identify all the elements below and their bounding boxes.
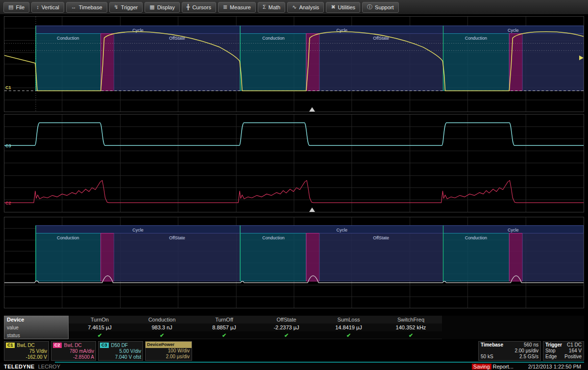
c3-channel-tab: C3	[100, 343, 109, 348]
trigger-position-marker[interactable]	[309, 107, 315, 112]
row-label-value: value	[7, 325, 66, 330]
cycle-label: Cycle	[132, 228, 143, 232]
cycle-label: Cycle	[508, 228, 518, 232]
c1-offset: -162.00 V	[6, 354, 47, 360]
measurement-table: Device value status TurnOn 7.4615 μJ ✔ C…	[4, 316, 584, 339]
menu-vertical[interactable]: ↕ Vertical	[31, 2, 64, 13]
grid-device-power[interactable]: Cycle Cycle Cycle Conduction OffState Co…	[4, 217, 584, 308]
c1-channel-tab: C1	[6, 343, 15, 348]
menu-utilities-label: Utilities	[338, 4, 355, 10]
c2-scale: 780 mA/div	[53, 348, 94, 354]
menu-math-label: Math	[269, 4, 280, 10]
c2-marker[interactable]: C2	[5, 201, 11, 206]
descriptor-bar: C1 BwL DC 75 V/div -162.00 V C2 BwL DC 7…	[4, 341, 584, 361]
math-icon: Σ	[263, 4, 266, 10]
menu-timebase[interactable]: ↔ Timebase	[66, 2, 107, 13]
menu-measure[interactable]: ≣ Measure	[218, 2, 256, 13]
cycle-label: Cycle	[508, 28, 518, 33]
utilities-icon: ✖	[331, 4, 335, 10]
support-icon: ⓘ	[367, 4, 372, 10]
devicepower-tab: DevicePower	[146, 342, 192, 348]
c3-marker[interactable]: C3	[5, 143, 11, 148]
menu-file[interactable]: ▤ File	[3, 2, 29, 13]
c3-descriptor[interactable]: C3 D50 DF 5.00 V/div 7.040 V ofst	[98, 341, 143, 361]
devicepower-scale: 100 W/div	[146, 348, 192, 354]
menu-cursors[interactable]: ╋ Cursors	[182, 2, 216, 13]
timebase-samples: 50 kS	[481, 354, 493, 360]
status-check-icon: ✔	[193, 331, 255, 339]
measure-icon: ≣	[223, 4, 227, 10]
measurement-col-turnoff[interactable]: TurnOff 8.8857 μJ ✔	[193, 316, 255, 339]
trigger-slope: Positive	[564, 354, 582, 360]
measurement-row-labels: Device value status	[4, 316, 69, 339]
c1-coupling: BwL DC	[17, 343, 35, 348]
timebase-icon: ↔	[71, 4, 76, 10]
measurement-col-turnon[interactable]: TurnOn 7.4615 μJ ✔	[69, 316, 131, 339]
conduction-label: Conduction	[57, 235, 79, 240]
menu-timebase-label: Timebase	[79, 4, 102, 10]
conduction-label: Conduction	[262, 36, 284, 41]
c2-descriptor[interactable]: C2 BwL DC 780 mA/div -2.8500 A	[51, 341, 96, 361]
conduction-label: Conduction	[57, 36, 79, 41]
trigger-descriptor[interactable]: Trigger C1 DC Stop 164 V Edge Positive	[543, 341, 584, 361]
file-icon: ▤	[8, 4, 13, 10]
measurement-col-offstate[interactable]: OffState -2.2373 μJ ✔	[255, 316, 318, 339]
offstate-label: OffState	[373, 235, 389, 240]
menu-support[interactable]: ⓘ Support	[362, 2, 399, 13]
datetime: 2/12/2013 1:22:50 PM	[528, 364, 581, 370]
vertical-icon: ↕	[36, 4, 39, 10]
menu-cursors-label: Cursors	[192, 4, 211, 10]
measurement-col-switchfreq[interactable]: SwitchFreq 140.352 kHz ✔	[380, 316, 442, 339]
menu-support-label: Support	[375, 4, 394, 10]
timebase-descriptor[interactable]: Timebase 560 ns 2.00 μs/div 50 kS 2.5 GS…	[478, 341, 541, 361]
brand-teledyne: TELEDYNE	[4, 364, 35, 370]
devicepower-timebase: 2.00 μs/div	[146, 354, 192, 360]
measurement-table-spacer	[442, 316, 584, 339]
c3-scale: 5.00 V/div	[100, 348, 141, 354]
cycle-overlay-top: Cycle Cycle Cycle Conduction OffState Co…	[36, 26, 584, 91]
menu-file-label: File	[16, 4, 24, 10]
grid-gate-current[interactable]: C3 C2	[4, 114, 584, 212]
c2-coupling: BwL DC	[64, 343, 82, 348]
oscilloscope-screen: ▤ File ↕ Vertical ↔ Timebase ↯ Trigger ▦…	[0, 0, 588, 370]
c1-marker[interactable]: C1	[5, 86, 11, 91]
saving-badge: Saving	[472, 364, 491, 370]
cycle-overlay-bottom: Cycle Cycle Cycle Conduction OffState Co…	[36, 226, 584, 281]
trigger-position-marker[interactable]	[309, 208, 315, 212]
measurement-col-conduction[interactable]: Conduction 983.3 nJ ✔	[131, 316, 193, 339]
menu-display[interactable]: ▦ Display	[145, 2, 179, 13]
brand-logo: TELEDYNE LECROY	[4, 364, 60, 370]
menu-bar: ▤ File ↕ Vertical ↔ Timebase ↯ Trigger ▦…	[0, 0, 588, 15]
cycle-label: Cycle	[337, 228, 347, 232]
trigger-label: Trigger	[545, 342, 562, 348]
saving-status: Saving Report...	[472, 364, 514, 370]
analysis-icon: ∿	[292, 4, 296, 10]
timebase-label: Timebase	[481, 342, 503, 348]
conduction-label: Conduction	[465, 36, 487, 41]
trigger-level: 164 V	[569, 348, 582, 354]
status-check-icon: ✔	[131, 331, 193, 339]
menu-analysis[interactable]: ∿ Analysis	[287, 2, 324, 13]
menu-math[interactable]: Σ Math	[258, 2, 285, 13]
measurement-col-sumloss[interactable]: SumLoss 14.8419 μJ ✔	[318, 316, 380, 339]
c3-coupling: D50 DF	[111, 343, 128, 348]
timebase-rate: 2.5 GS/s	[519, 354, 539, 360]
row-label-device: Device	[7, 317, 66, 323]
menu-trigger-label: Trigger	[121, 4, 138, 10]
c1-descriptor[interactable]: C1 BwL DC 75 V/div -162.00 V	[4, 341, 49, 361]
devicepower-descriptor[interactable]: DevicePower 100 W/div 2.00 μs/div	[145, 341, 192, 361]
trigger-source: C1 DC	[567, 342, 582, 348]
cursors-icon: ╋	[187, 4, 190, 10]
menu-utilities[interactable]: ✖ Utilities	[326, 2, 360, 13]
offstate-label: OffState	[169, 235, 185, 240]
timebase-position: 560 ns	[524, 342, 539, 348]
grid-drain-voltage[interactable]: Cycle Cycle Cycle Conduction OffState Co…	[4, 16, 584, 112]
status-check-icon: ✔	[380, 331, 442, 339]
menu-vertical-label: Vertical	[42, 4, 59, 10]
brand-lecroy: LECROY	[38, 364, 60, 370]
c1-scale: 75 V/div	[6, 348, 47, 354]
menu-trigger[interactable]: ↯ Trigger	[109, 2, 143, 13]
display-icon: ▦	[149, 4, 154, 10]
conduction-label: Conduction	[262, 235, 284, 240]
conduction-label: Conduction	[465, 235, 487, 240]
